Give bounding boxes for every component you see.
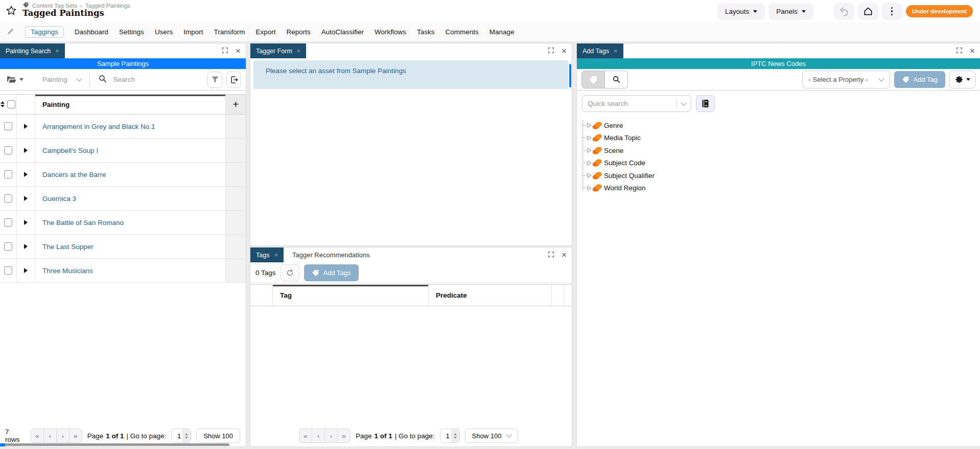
nav-item-manage[interactable]: Manage <box>489 28 515 36</box>
add-tags-button[interactable]: Add Tags <box>304 264 359 281</box>
next-page-button[interactable]: › <box>56 429 69 443</box>
painting-link[interactable]: Dancers at the Barre <box>42 171 106 178</box>
column-header-predicate[interactable]: Predicate <box>429 285 552 306</box>
next-page-button[interactable]: › <box>324 429 338 443</box>
asset-type-select[interactable]: Painting <box>29 76 85 83</box>
nav-item-transform[interactable]: Transform <box>214 28 245 36</box>
more-options-button[interactable] <box>882 3 902 20</box>
dictionary-button[interactable] <box>696 95 715 112</box>
row-expander-icon[interactable] <box>24 268 28 273</box>
row-expander-icon[interactable] <box>24 172 28 177</box>
home-button[interactable] <box>858 3 878 20</box>
select-all-checkbox[interactable] <box>7 100 15 108</box>
expand-icon[interactable] <box>548 47 554 56</box>
tree-expander-icon[interactable] <box>587 136 592 141</box>
tab-close-icon[interactable]: × <box>297 47 301 55</box>
search-input[interactable] <box>113 76 203 83</box>
select-property-dropdown[interactable]: - Select a Property - <box>802 71 890 88</box>
layouts-button[interactable]: Layouts <box>717 3 765 20</box>
spinner-arrows[interactable] <box>182 429 191 442</box>
row-expander-icon[interactable] <box>24 196 28 201</box>
expand-icon[interactable] <box>222 47 228 56</box>
nav-item-taggings[interactable]: Taggings <box>25 26 64 38</box>
row-checkbox[interactable] <box>4 242 12 251</box>
nav-item-users[interactable]: Users <box>155 28 173 36</box>
export-button[interactable] <box>226 72 241 88</box>
add-column-button[interactable]: + <box>226 95 246 114</box>
page-number-input[interactable] <box>440 429 451 442</box>
nav-item-comments[interactable]: Comments <box>446 28 479 36</box>
tag-view-button[interactable] <box>581 71 605 88</box>
chevron-down-icon[interactable] <box>681 100 686 105</box>
row-checkbox[interactable] <box>4 218 12 227</box>
column-header-painting[interactable]: Painting <box>35 95 226 114</box>
show-count-select[interactable]: Show 100 <box>465 429 519 443</box>
column-header-tag[interactable]: Tag <box>273 285 429 306</box>
tab-add-tags[interactable]: Add Tags × <box>577 43 623 58</box>
prev-page-button[interactable]: ‹ <box>312 429 325 443</box>
tree-item-subject-qualifier[interactable]: Subject Qualifier <box>580 169 980 182</box>
tree-item-subject-code[interactable]: Subject Code <box>580 157 980 170</box>
painting-link[interactable]: The Battle of San Romano <box>42 219 124 227</box>
nav-item-import[interactable]: Import <box>183 28 203 36</box>
tree-expander-icon[interactable] <box>587 186 592 191</box>
tree-expander-icon[interactable] <box>587 173 592 178</box>
close-icon[interactable]: × <box>236 47 241 55</box>
row-checkbox[interactable] <box>4 170 12 178</box>
painting-link[interactable]: Guernica 3 <box>42 195 76 203</box>
tree-expander-icon[interactable] <box>587 148 592 153</box>
first-page-button[interactable]: « <box>31 429 44 443</box>
breadcrumb-root[interactable]: Content Tag Sets <box>32 3 77 9</box>
last-page-button[interactable]: » <box>337 429 351 443</box>
row-checkbox[interactable] <box>4 194 12 203</box>
tab-close-icon[interactable]: × <box>274 251 278 259</box>
expand-icon[interactable] <box>956 47 963 56</box>
edit-pencil-icon[interactable] <box>7 28 14 37</box>
painting-link[interactable]: Campbell's Soup I <box>42 147 98 154</box>
tab-tags[interactable]: Tags × <box>250 248 284 262</box>
tab-close-icon[interactable]: × <box>614 47 618 55</box>
search-view-button[interactable] <box>605 71 628 88</box>
first-page-button[interactable]: « <box>299 429 312 443</box>
tree-item-world-region[interactable]: World Region <box>580 182 980 195</box>
refresh-button[interactable] <box>281 264 299 281</box>
tree-expander-icon[interactable] <box>587 161 592 166</box>
tree-expander-icon[interactable] <box>587 123 592 128</box>
nav-item-workflows[interactable]: Workflows <box>375 28 406 36</box>
nav-item-export[interactable]: Export <box>255 28 275 36</box>
nav-item-dashboard[interactable]: Dashboard <box>75 28 108 36</box>
row-expander-icon[interactable] <box>24 148 28 153</box>
expand-icon[interactable] <box>548 251 554 260</box>
tree-item-scene[interactable]: Scene <box>580 144 980 157</box>
nav-item-reports[interactable]: Reports <box>286 28 310 36</box>
nav-item-settings[interactable]: Settings <box>119 28 144 36</box>
close-icon[interactable]: × <box>562 47 567 55</box>
panels-button[interactable]: Panels <box>768 3 813 20</box>
close-icon[interactable]: × <box>970 47 975 55</box>
row-expander-icon[interactable] <box>24 220 28 225</box>
painting-link[interactable]: Three Musicians <box>42 267 93 275</box>
settings-button[interactable] <box>949 71 975 88</box>
show-count-select[interactable]: Show 100 <box>196 429 240 443</box>
undo-button[interactable] <box>834 3 854 20</box>
tree-item-genre[interactable]: Genre <box>580 119 980 132</box>
tab-tagger-form[interactable]: Tagger Form × <box>250 43 306 58</box>
nav-item-autoclassifier[interactable]: AutoClassifier <box>321 28 364 36</box>
folder-menu-button[interactable] <box>5 75 25 84</box>
row-checkbox[interactable] <box>4 122 12 130</box>
painting-link[interactable]: Arrangement in Grey and Black No.1 <box>42 123 155 130</box>
vertical-scrollbar-thumb[interactable] <box>569 64 571 87</box>
nav-item-tasks[interactable]: Tasks <box>417 28 435 36</box>
row-checkbox[interactable] <box>4 266 12 275</box>
row-expander-icon[interactable] <box>24 124 28 129</box>
sort-icon[interactable] <box>1 101 5 108</box>
page-number-input[interactable] <box>172 429 182 442</box>
tree-item-media-topic[interactable]: Media Topic <box>580 132 980 145</box>
prev-page-button[interactable]: ‹ <box>43 429 57 443</box>
quick-search-input[interactable] <box>588 100 672 107</box>
painting-link[interactable]: The Last Supper <box>42 243 94 251</box>
add-tag-button[interactable]: Add Tag <box>894 71 945 88</box>
favorite-star-icon[interactable] <box>6 5 17 18</box>
spinner-arrows[interactable] <box>451 429 459 442</box>
tab-painting-search[interactable]: Painting Search × <box>0 43 65 58</box>
